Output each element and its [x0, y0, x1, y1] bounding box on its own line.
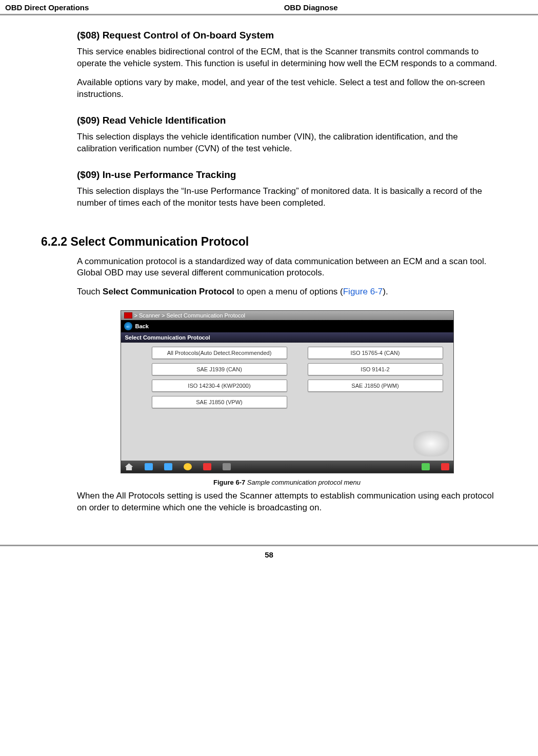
heading-622: 6.2.2 Select Communication Protocol — [41, 235, 497, 249]
figure-reference-link[interactable]: Figure 6-7 — [343, 287, 383, 296]
taskbar-icon[interactable] — [145, 463, 153, 470]
paragraph: This selection displays the vehicle iden… — [77, 131, 497, 155]
page-number: 58 — [265, 550, 273, 559]
screenshot-titlebar: > Scanner > Select Communication Protoco… — [121, 311, 453, 320]
protocol-button[interactable]: SAE J1939 (CAN) — [152, 363, 287, 375]
text: Touch — [77, 287, 103, 296]
figure-title: Sample communication protocol menu — [247, 479, 361, 486]
back-arrow-icon[interactable]: ← — [124, 322, 132, 330]
taskbar-icon[interactable] — [223, 463, 231, 470]
screenshot-subtitle: Select Communication Protocol — [121, 332, 453, 343]
paragraph: When the All Protocols setting is used t… — [77, 490, 497, 514]
heading-08: ($08) Request Control of On-board System — [77, 30, 497, 41]
screenshot: > Scanner > Select Communication Protoco… — [121, 310, 454, 473]
paragraph: A communication protocol is a standardiz… — [77, 256, 497, 280]
taskbar-icon[interactable] — [184, 463, 192, 470]
header-right: OBD Diagnose — [284, 3, 338, 12]
heading-09-vin: ($09) Read Vehicle Identification — [77, 115, 497, 126]
protocol-button[interactable]: ISO 15765-4 (CAN) — [308, 347, 443, 359]
text: ). — [383, 287, 388, 296]
figure-number: Figure 6-7 — [213, 479, 247, 486]
page-header: OBD Direct Operations OBD Diagnose — [0, 0, 538, 15]
watermark-icon — [413, 431, 449, 456]
page-footer: 58 — [0, 545, 538, 569]
breadcrumb: > Scanner > Select Communication Protoco… — [134, 312, 245, 319]
paragraph: Available options vary by make, model, a… — [77, 77, 497, 101]
screenshot-button-grid: All Protocols(Auto Detect.Recommended) I… — [121, 343, 453, 461]
protocol-button[interactable]: SAE J1850 (PWM) — [308, 380, 443, 392]
figure-caption: Figure 6-7 Sample communication protocol… — [77, 479, 497, 486]
protocol-button[interactable]: ISO 14230-4 (KWP2000) — [152, 380, 287, 392]
home-icon[interactable] — [125, 463, 133, 470]
protocol-button[interactable]: ISO 9141-2 — [308, 363, 443, 375]
flag-icon — [124, 312, 132, 319]
back-label[interactable]: Back — [135, 323, 149, 329]
heading-09-perf: ($09) In-use Performance Tracking — [77, 169, 497, 181]
page-content: ($08) Request Control of On-board System… — [0, 30, 538, 514]
header-left: OBD Direct Operations — [5, 3, 89, 12]
screenshot-taskbar — [121, 461, 453, 473]
figure-6-7: > Scanner > Select Communication Protoco… — [77, 310, 497, 486]
taskbar-icon[interactable] — [203, 463, 211, 470]
protocol-button[interactable]: All Protocols(Auto Detect.Recommended) — [152, 347, 287, 359]
text: to open a menu of options ( — [234, 287, 343, 296]
bold-text: Select Communication Protocol — [103, 287, 234, 296]
screenshot-back-bar: ← Back — [121, 320, 453, 332]
taskbar-icon[interactable] — [422, 463, 430, 470]
paragraph: Touch Select Communication Protocol to o… — [77, 286, 497, 298]
taskbar-icon[interactable] — [441, 463, 449, 470]
paragraph: This selection displays the “In-use Perf… — [77, 186, 497, 209]
paragraph: This service enables bidirectional contr… — [77, 46, 497, 70]
taskbar-icon[interactable] — [164, 463, 172, 470]
protocol-button[interactable]: SAE J1850 (VPW) — [152, 396, 287, 408]
